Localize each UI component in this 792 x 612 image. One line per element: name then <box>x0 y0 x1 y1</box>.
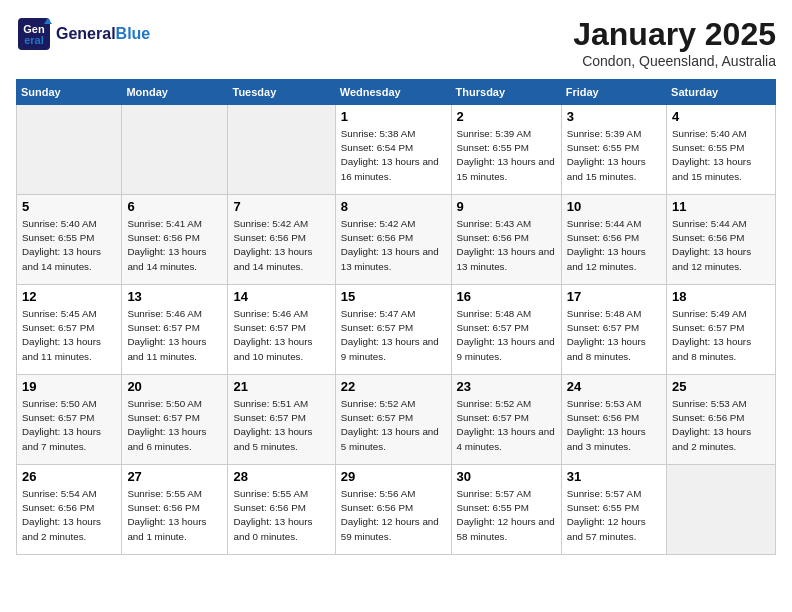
day-detail: Sunrise: 5:46 AMSunset: 6:57 PMDaylight:… <box>127 307 222 364</box>
title-area: January 2025 Condon, Queensland, Austral… <box>573 16 776 69</box>
day-detail: Sunrise: 5:48 AMSunset: 6:57 PMDaylight:… <box>567 307 661 364</box>
day-cell: 1Sunrise: 5:38 AMSunset: 6:54 PMDaylight… <box>335 105 451 195</box>
week-row-5: 26Sunrise: 5:54 AMSunset: 6:56 PMDayligh… <box>17 465 776 555</box>
col-monday: Monday <box>122 80 228 105</box>
calendar-table: Sunday Monday Tuesday Wednesday Thursday… <box>16 79 776 555</box>
day-number: 10 <box>567 199 661 214</box>
day-number: 9 <box>457 199 556 214</box>
day-cell: 22Sunrise: 5:52 AMSunset: 6:57 PMDayligh… <box>335 375 451 465</box>
day-cell: 13Sunrise: 5:46 AMSunset: 6:57 PMDayligh… <box>122 285 228 375</box>
week-row-1: 1Sunrise: 5:38 AMSunset: 6:54 PMDaylight… <box>17 105 776 195</box>
day-cell: 11Sunrise: 5:44 AMSunset: 6:56 PMDayligh… <box>667 195 776 285</box>
day-detail: Sunrise: 5:40 AMSunset: 6:55 PMDaylight:… <box>672 127 770 184</box>
logo-icon: Gen eral <box>16 16 52 52</box>
day-detail: Sunrise: 5:43 AMSunset: 6:56 PMDaylight:… <box>457 217 556 274</box>
day-cell: 21Sunrise: 5:51 AMSunset: 6:57 PMDayligh… <box>228 375 335 465</box>
day-detail: Sunrise: 5:57 AMSunset: 6:55 PMDaylight:… <box>457 487 556 544</box>
day-detail: Sunrise: 5:52 AMSunset: 6:57 PMDaylight:… <box>341 397 446 454</box>
day-detail: Sunrise: 5:57 AMSunset: 6:55 PMDaylight:… <box>567 487 661 544</box>
day-number: 13 <box>127 289 222 304</box>
day-cell <box>122 105 228 195</box>
day-number: 24 <box>567 379 661 394</box>
day-cell: 25Sunrise: 5:53 AMSunset: 6:56 PMDayligh… <box>667 375 776 465</box>
day-detail: Sunrise: 5:42 AMSunset: 6:56 PMDaylight:… <box>233 217 329 274</box>
day-detail: Sunrise: 5:39 AMSunset: 6:55 PMDaylight:… <box>567 127 661 184</box>
day-detail: Sunrise: 5:41 AMSunset: 6:56 PMDaylight:… <box>127 217 222 274</box>
day-number: 31 <box>567 469 661 484</box>
day-number: 20 <box>127 379 222 394</box>
day-number: 8 <box>341 199 446 214</box>
day-number: 18 <box>672 289 770 304</box>
day-cell <box>667 465 776 555</box>
day-cell: 16Sunrise: 5:48 AMSunset: 6:57 PMDayligh… <box>451 285 561 375</box>
col-saturday: Saturday <box>667 80 776 105</box>
day-detail: Sunrise: 5:53 AMSunset: 6:56 PMDaylight:… <box>672 397 770 454</box>
day-number: 29 <box>341 469 446 484</box>
day-cell: 3Sunrise: 5:39 AMSunset: 6:55 PMDaylight… <box>561 105 666 195</box>
day-cell: 8Sunrise: 5:42 AMSunset: 6:56 PMDaylight… <box>335 195 451 285</box>
col-thursday: Thursday <box>451 80 561 105</box>
day-detail: Sunrise: 5:50 AMSunset: 6:57 PMDaylight:… <box>22 397 116 454</box>
col-friday: Friday <box>561 80 666 105</box>
day-number: 21 <box>233 379 329 394</box>
day-detail: Sunrise: 5:47 AMSunset: 6:57 PMDaylight:… <box>341 307 446 364</box>
day-detail: Sunrise: 5:44 AMSunset: 6:56 PMDaylight:… <box>567 217 661 274</box>
day-cell: 14Sunrise: 5:46 AMSunset: 6:57 PMDayligh… <box>228 285 335 375</box>
day-number: 17 <box>567 289 661 304</box>
day-cell: 19Sunrise: 5:50 AMSunset: 6:57 PMDayligh… <box>17 375 122 465</box>
day-cell: 18Sunrise: 5:49 AMSunset: 6:57 PMDayligh… <box>667 285 776 375</box>
day-number: 14 <box>233 289 329 304</box>
day-number: 28 <box>233 469 329 484</box>
header-row: Sunday Monday Tuesday Wednesday Thursday… <box>17 80 776 105</box>
logo: Gen eral GeneralBlue <box>16 16 150 52</box>
page-header: Gen eral GeneralBlue January 2025 Condon… <box>16 16 776 69</box>
day-cell: 7Sunrise: 5:42 AMSunset: 6:56 PMDaylight… <box>228 195 335 285</box>
day-detail: Sunrise: 5:53 AMSunset: 6:56 PMDaylight:… <box>567 397 661 454</box>
day-cell: 27Sunrise: 5:55 AMSunset: 6:56 PMDayligh… <box>122 465 228 555</box>
day-detail: Sunrise: 5:44 AMSunset: 6:56 PMDaylight:… <box>672 217 770 274</box>
month-title: January 2025 <box>573 16 776 53</box>
day-cell: 30Sunrise: 5:57 AMSunset: 6:55 PMDayligh… <box>451 465 561 555</box>
day-cell <box>17 105 122 195</box>
day-cell: 12Sunrise: 5:45 AMSunset: 6:57 PMDayligh… <box>17 285 122 375</box>
day-cell: 17Sunrise: 5:48 AMSunset: 6:57 PMDayligh… <box>561 285 666 375</box>
day-detail: Sunrise: 5:51 AMSunset: 6:57 PMDaylight:… <box>233 397 329 454</box>
day-detail: Sunrise: 5:54 AMSunset: 6:56 PMDaylight:… <box>22 487 116 544</box>
day-number: 1 <box>341 109 446 124</box>
day-cell: 28Sunrise: 5:55 AMSunset: 6:56 PMDayligh… <box>228 465 335 555</box>
week-row-2: 5Sunrise: 5:40 AMSunset: 6:55 PMDaylight… <box>17 195 776 285</box>
day-number: 25 <box>672 379 770 394</box>
day-detail: Sunrise: 5:39 AMSunset: 6:55 PMDaylight:… <box>457 127 556 184</box>
day-detail: Sunrise: 5:38 AMSunset: 6:54 PMDaylight:… <box>341 127 446 184</box>
col-sunday: Sunday <box>17 80 122 105</box>
day-number: 19 <box>22 379 116 394</box>
day-cell: 24Sunrise: 5:53 AMSunset: 6:56 PMDayligh… <box>561 375 666 465</box>
day-cell: 10Sunrise: 5:44 AMSunset: 6:56 PMDayligh… <box>561 195 666 285</box>
day-detail: Sunrise: 5:42 AMSunset: 6:56 PMDaylight:… <box>341 217 446 274</box>
day-number: 16 <box>457 289 556 304</box>
day-number: 22 <box>341 379 446 394</box>
day-detail: Sunrise: 5:45 AMSunset: 6:57 PMDaylight:… <box>22 307 116 364</box>
day-cell: 4Sunrise: 5:40 AMSunset: 6:55 PMDaylight… <box>667 105 776 195</box>
location-subtitle: Condon, Queensland, Australia <box>573 53 776 69</box>
day-cell: 5Sunrise: 5:40 AMSunset: 6:55 PMDaylight… <box>17 195 122 285</box>
day-cell <box>228 105 335 195</box>
logo-general: General <box>56 25 116 42</box>
day-detail: Sunrise: 5:48 AMSunset: 6:57 PMDaylight:… <box>457 307 556 364</box>
day-number: 26 <box>22 469 116 484</box>
day-cell: 2Sunrise: 5:39 AMSunset: 6:55 PMDaylight… <box>451 105 561 195</box>
svg-text:eral: eral <box>24 34 44 46</box>
day-cell: 20Sunrise: 5:50 AMSunset: 6:57 PMDayligh… <box>122 375 228 465</box>
week-row-4: 19Sunrise: 5:50 AMSunset: 6:57 PMDayligh… <box>17 375 776 465</box>
day-cell: 29Sunrise: 5:56 AMSunset: 6:56 PMDayligh… <box>335 465 451 555</box>
day-cell: 6Sunrise: 5:41 AMSunset: 6:56 PMDaylight… <box>122 195 228 285</box>
day-detail: Sunrise: 5:40 AMSunset: 6:55 PMDaylight:… <box>22 217 116 274</box>
day-number: 6 <box>127 199 222 214</box>
col-wednesday: Wednesday <box>335 80 451 105</box>
day-number: 4 <box>672 109 770 124</box>
col-tuesday: Tuesday <box>228 80 335 105</box>
day-number: 7 <box>233 199 329 214</box>
day-number: 12 <box>22 289 116 304</box>
day-number: 30 <box>457 469 556 484</box>
day-cell: 15Sunrise: 5:47 AMSunset: 6:57 PMDayligh… <box>335 285 451 375</box>
